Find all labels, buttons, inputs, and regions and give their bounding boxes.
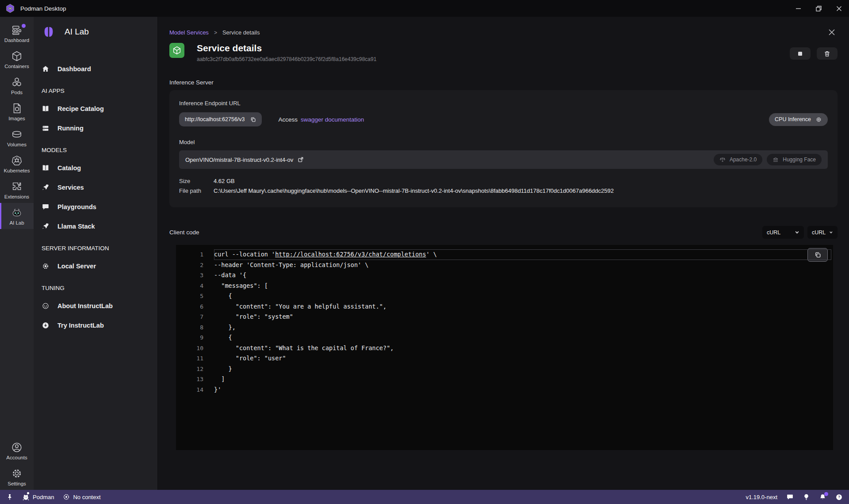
stop-service-button[interactable] [790, 47, 811, 60]
code-line: 10 "content": "What is the capital of Fr… [176, 343, 833, 354]
nav-item-label: Dashboard [57, 65, 91, 73]
notifications-button[interactable] [819, 493, 826, 501]
inference-server-section-label: Inference Server [169, 79, 838, 86]
line-number: 1 [176, 249, 214, 260]
help-button[interactable]: ? [835, 493, 843, 501]
pin-button[interactable] [6, 493, 13, 500]
license-badge: Apache-2.0 [714, 154, 762, 165]
code-text: ' \ [426, 251, 437, 258]
breadcrumb-model-services[interactable]: Model Services [169, 29, 209, 36]
rocket-icon [42, 183, 50, 191]
feedback-button[interactable] [786, 493, 794, 501]
comment-icon [42, 203, 50, 211]
rocket-icon [42, 222, 50, 230]
code-line: 7 "role": "system" [176, 312, 833, 322]
accounts-icon [11, 442, 23, 453]
nav-item-label: Local Server [57, 263, 96, 270]
activity-item-ai-lab[interactable]: AI Lab [0, 203, 34, 229]
variant-select[interactable]: cURL [807, 226, 838, 239]
service-status-icon [169, 43, 184, 58]
nav-item-services[interactable]: Services [34, 178, 157, 197]
trash-icon [824, 50, 830, 57]
line-number: 11 [176, 353, 214, 364]
code-line: 1 curl --location 'http://localhost:6275… [176, 249, 833, 260]
share-idea-button[interactable] [803, 493, 810, 501]
external-link-icon[interactable] [298, 157, 304, 163]
nav-item-label: Playgrounds [57, 203, 96, 210]
notification-dot [824, 492, 828, 496]
client-code-label: Client code [169, 229, 199, 236]
activity-item-volumes[interactable]: Volumes [0, 125, 34, 151]
variant-select-value: cURL [812, 229, 826, 236]
code-url-link[interactable]: http://localhost:62756/v3/chat/completio… [275, 251, 426, 258]
activity-item-pods[interactable]: Pods [0, 73, 34, 99]
code-text: --data '{ [214, 270, 246, 281]
code-line: 4 "messages": [ [176, 281, 833, 291]
activity-bar: Dashboard Containers Pods [0, 17, 34, 490]
chevron-down-icon [829, 230, 833, 235]
code-text: { [214, 332, 232, 343]
file-path-value: C:\Users\Jeff Maury\.cache\huggingface\h… [214, 186, 614, 196]
volumes-icon [11, 129, 23, 140]
minimize-button[interactable] [788, 0, 808, 17]
activity-label: Accounts [6, 455, 27, 460]
nav-item-recipe-catalog[interactable]: Recipe Catalog [34, 99, 157, 118]
code-line: 2 --header 'Content-Type: application/js… [176, 260, 833, 271]
line-number: 9 [176, 332, 214, 343]
instructlab-icon [42, 302, 50, 310]
nav-item-playgrounds[interactable]: Playgrounds [34, 197, 157, 217]
activity-label: Dashboard [4, 38, 29, 43]
close-details-button[interactable] [828, 28, 836, 36]
breadcrumb-separator: > [214, 30, 217, 36]
client-code-editor: 1 curl --location 'http://localhost:6275… [176, 245, 833, 450]
activity-item-images[interactable]: Images [0, 99, 34, 125]
endpoint-url-pill[interactable]: http://localhost:62756/v3 [179, 112, 262, 126]
nav-item-about-instructlab[interactable]: About InstructLab [34, 296, 157, 316]
nav-item-try-instructlab[interactable]: Try InstructLab [34, 316, 157, 335]
line-number: 4 [176, 281, 214, 291]
delete-service-button[interactable] [817, 47, 838, 60]
activity-item-kubernetes[interactable]: Kubernetes [0, 151, 34, 177]
registry-badge-label: Hugging Face [783, 157, 816, 163]
nav-item-catalog[interactable]: Catalog [34, 158, 157, 178]
cpu-inference-badge: CPU Inference [769, 113, 828, 126]
language-select[interactable]: cURL [762, 226, 804, 239]
nav-item-running[interactable]: Running [34, 118, 157, 138]
nav-section-ai-apps: AI APPS [34, 82, 157, 99]
speech-bubble-icon [786, 493, 794, 501]
activity-item-settings[interactable]: Settings [0, 464, 34, 490]
activity-item-dashboard[interactable]: Dashboard [0, 20, 34, 46]
line-number: 5 [176, 291, 214, 302]
app-title: Podman Desktop [20, 5, 66, 12]
book-icon [42, 105, 50, 113]
titlebar: Podman Desktop [0, 0, 849, 17]
license-badge-label: Apache-2.0 [730, 157, 757, 163]
close-window-button[interactable] [829, 0, 849, 17]
copy-icon[interactable] [250, 117, 256, 122]
restore-button[interactable] [808, 0, 829, 17]
size-value: 4.62 GB [214, 176, 235, 186]
activity-item-accounts[interactable]: Accounts [0, 438, 34, 464]
status-bar: Podman No context v1.19.0-next [0, 490, 849, 504]
nav-item-local-server[interactable]: Local Server [34, 256, 157, 276]
code-text: "content": "What is the capital of Franc… [214, 343, 394, 354]
kubernetes-context-status[interactable]: No context [63, 493, 100, 500]
activity-item-containers[interactable]: Containers [0, 46, 34, 73]
file-path-label: File path [179, 186, 214, 196]
endpoint-url-label: Inference Endpoint URL [179, 100, 828, 107]
images-icon [11, 103, 23, 114]
nav-item-label: Services [57, 184, 84, 191]
bank-icon [773, 157, 779, 163]
activity-item-extensions[interactable]: Extensions [0, 177, 34, 203]
podman-machine-status[interactable]: Podman [22, 493, 54, 501]
code-text: "messages": [ [214, 281, 268, 291]
code-line: 3 --data '{ [176, 270, 833, 281]
nav-item-llama-stack[interactable]: Llama Stack [34, 217, 157, 236]
code-text: ] [214, 374, 225, 385]
nav-item-dashboard[interactable]: Dashboard [34, 59, 157, 79]
code-line: 11 "role": "user" [176, 353, 833, 364]
swagger-documentation-link[interactable]: swagger documentation [301, 116, 364, 123]
code-text: }' [214, 385, 221, 395]
nav-item-label: Llama Stack [57, 223, 95, 230]
code-text: "content": "You are a helpful assistant.… [214, 302, 386, 312]
